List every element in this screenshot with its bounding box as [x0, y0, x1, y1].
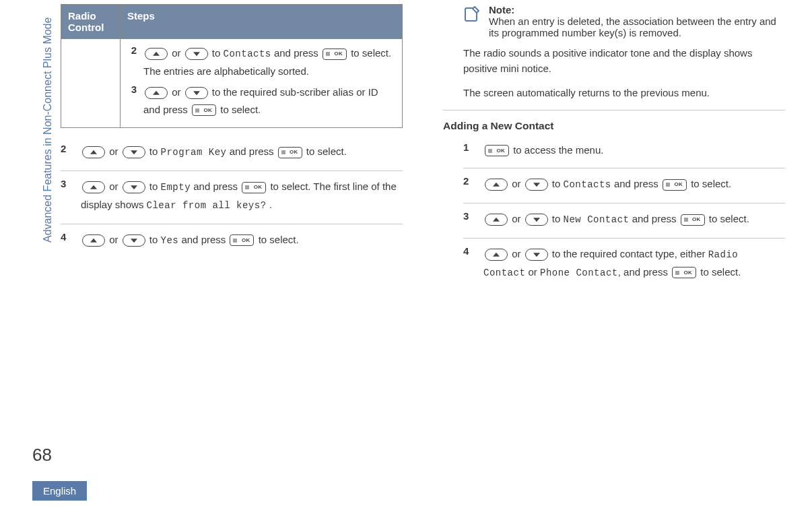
ok-icon [323, 49, 347, 60]
left-step-list: 2 or to Program Key and press to select.… [61, 140, 403, 258]
step-4: 4 or to the required contact type, eithe… [463, 238, 785, 291]
table-header-steps: Steps [121, 5, 403, 39]
sidebar: Advanced Features in Non-Connect Plus Mo… [0, 0, 61, 506]
up-icon [82, 181, 105, 193]
up-icon [82, 146, 105, 158]
down-icon [123, 234, 145, 247]
result-paragraph-1: The radio sounds a positive indicator to… [443, 45, 785, 77]
ok-icon [242, 182, 266, 193]
down-icon [525, 179, 548, 191]
down-icon [185, 48, 208, 60]
content-columns: Radio Control Steps 2 or to Contacts and… [61, 0, 785, 506]
down-icon [123, 181, 145, 193]
step-4: 4 or to Yes and press to select. [61, 224, 403, 259]
up-icon [485, 179, 508, 191]
ok-icon [672, 267, 696, 278]
ok-icon [485, 145, 509, 156]
page: Advanced Features in Non-Connect Plus Mo… [0, 0, 812, 506]
menu-empty: Empty [161, 182, 191, 193]
heading-adding-new-contact: Adding a New Contact [443, 110, 785, 132]
ok-icon [230, 234, 254, 246]
up-icon [145, 48, 168, 60]
result-paragraph-2: The screen automatically returns to the … [443, 85, 785, 100]
page-number: 68 [32, 445, 52, 466]
up-icon [485, 249, 508, 261]
menu-phone-contact: Phone Contact [540, 267, 618, 278]
ok-icon [278, 147, 302, 158]
note-icon [463, 5, 481, 23]
left-column: Radio Control Steps 2 or to Contacts and… [61, 4, 403, 506]
section-title-vertical: Advanced Features in Non-Connect Plus Mo… [42, 18, 54, 243]
language-tab: English [32, 481, 87, 501]
right-step-list: 1 to access the menu. 2 or to Contacts a… [443, 139, 785, 291]
note-box: Note: When an entry is deleted, the asso… [443, 4, 785, 38]
down-icon [525, 249, 548, 261]
right-column: Note: When an entry is deleted, the asso… [443, 4, 785, 506]
ok-icon [663, 179, 687, 191]
table-row: 2 or to Contacts and press to select. Th… [61, 39, 403, 128]
down-icon [185, 87, 208, 99]
up-icon [145, 87, 168, 99]
step-3: 3 or to Empty and press to select. The f… [61, 170, 403, 224]
note-title: Note: [489, 4, 514, 15]
step-2: 2 or to Program Key and press to select. [61, 140, 403, 170]
down-icon [525, 214, 548, 226]
menu-yes: Yes [161, 235, 179, 246]
display-clear-from-all-keys: Clear from all keys? [147, 200, 267, 211]
menu-program-key: Program Key [161, 147, 227, 158]
menu-contacts: Contacts [224, 49, 271, 59]
up-icon [82, 234, 105, 247]
table-header-radio-control: Radio Control [61, 5, 121, 39]
ok-icon [681, 214, 705, 226]
step-2: 2 or to Contacts and press to select. [463, 168, 785, 203]
step-3: 3 or to New Contact and press to select. [463, 203, 785, 238]
note-body: When an entry is deleted, the associatio… [489, 15, 776, 38]
step-1: 1 to access the menu. [463, 139, 785, 168]
menu-new-contact: New Contact [564, 214, 630, 225]
down-icon [123, 146, 145, 158]
table-step-3: 3 or to the required sub-scriber alias o… [127, 84, 395, 118]
up-icon [485, 214, 508, 226]
menu-contacts: Contacts [564, 179, 611, 190]
table-step-2: 2 or to Contacts and press to select. Th… [127, 44, 395, 80]
ok-icon [192, 104, 216, 116]
radio-control-table: Radio Control Steps 2 or to Contacts and… [61, 4, 403, 128]
